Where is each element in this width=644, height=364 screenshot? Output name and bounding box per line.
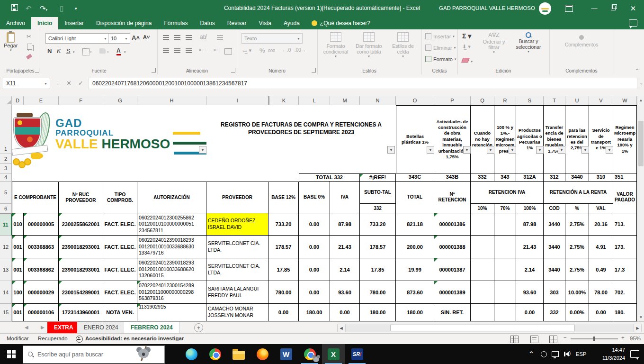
cell-343[interactable]: 343 xyxy=(494,173,516,182)
th-num-retencion[interactable]: Nº RETENCION xyxy=(434,182,471,213)
comma-style-icon[interactable]: 000 xyxy=(268,48,275,53)
tell-me-box[interactable]: ¿Qué desea hacer? xyxy=(306,17,376,29)
tab-revisar[interactable]: Revisar xyxy=(221,17,253,29)
cell-ref-error[interactable]: #¡REF! xyxy=(360,173,396,182)
tab-datos[interactable]: Datos xyxy=(194,17,221,29)
cell-nret-12[interactable]: 000001388 xyxy=(434,236,471,258)
cell-nret-14[interactable]: 000001389 xyxy=(434,281,471,304)
cell-subtotal-13[interactable]: 17.85 xyxy=(360,258,396,281)
cell-base12-11[interactable]: 733.20 xyxy=(268,213,299,236)
filter-dropdown-u[interactable]: ▼ xyxy=(581,146,589,154)
row-header-13[interactable]: 13 xyxy=(0,258,12,281)
th-ruc[interactable]: Nº RUC PROVEEDOR xyxy=(59,182,103,213)
col-header-u[interactable]: U xyxy=(565,96,589,105)
cell-351[interactable]: 351 xyxy=(613,173,637,182)
col-header-k[interactable]: K xyxy=(268,96,299,105)
cell-h13[interactable]: 06022024012390018293 0012001001003368862… xyxy=(137,258,206,281)
cell-r70-14[interactable] xyxy=(494,281,516,304)
cell-r10-15[interactable] xyxy=(471,304,494,321)
taskbar-clock[interactable]: 14:47 11/3/2024 xyxy=(602,346,625,362)
cell-d11[interactable]: 010 xyxy=(12,213,24,236)
cell-cod-13[interactable]: 3440 xyxy=(544,258,565,281)
cell-pct-12[interactable]: 2.75% xyxy=(565,236,589,258)
increase-indent-icon[interactable]: ⇥≡ xyxy=(211,47,219,53)
cell-g14[interactable]: FACT. ELEC. xyxy=(103,281,137,304)
comments-icon[interactable] xyxy=(629,19,637,27)
cell-nret-11[interactable]: 000001386 xyxy=(434,213,471,236)
cell-pct-14[interactable]: 10.00% xyxy=(565,281,589,304)
filter-dropdown-h[interactable]: ▼ xyxy=(199,146,206,154)
cell-3440[interactable]: 3440 xyxy=(565,173,589,182)
cell-base0-12[interactable]: 0.00 xyxy=(299,236,330,258)
cell-proveedor13[interactable]: SERVITELCONET CIA. LTDA. xyxy=(206,258,268,281)
paste-button[interactable]: Pegar▾ xyxy=(4,32,18,52)
tab-insertar[interactable]: Insertar xyxy=(58,17,90,29)
cell-base12-14[interactable]: 780.00 xyxy=(268,281,299,304)
cell-d15[interactable]: 001 xyxy=(12,304,24,321)
format-cells-button[interactable]: Formato▾ xyxy=(425,56,456,62)
taskbar-firefox[interactable] xyxy=(251,344,274,364)
cell-pct-15[interactable]: 0.00% xyxy=(565,304,589,321)
new-sheet-button[interactable]: + xyxy=(194,323,203,332)
cell-cod-12[interactable]: 3440 xyxy=(544,236,565,258)
th-subtotal-332[interactable]: 332 xyxy=(360,204,396,213)
font-size-select[interactable]: 10▼ xyxy=(108,33,130,44)
cell-styles-button[interactable]: Estilos de celda▾ xyxy=(387,32,419,58)
cell-base0-15[interactable]: 180.00 xyxy=(299,304,330,321)
cell-pagado-11[interactable]: 713. xyxy=(613,213,637,236)
cell-iva-14[interactable]: 93.60 xyxy=(330,281,360,304)
addins-button[interactable]: Complementos xyxy=(564,32,599,47)
minimize-button[interactable]: — xyxy=(587,4,601,13)
cell-r70-11[interactable] xyxy=(494,213,516,236)
number-dialog-launcher[interactable] xyxy=(312,68,316,73)
cell-pagado-14[interactable]: 702. xyxy=(613,281,637,304)
format-painter-icon[interactable] xyxy=(26,54,32,59)
cell-f12[interactable]: 2390018293001 xyxy=(59,236,103,258)
th-base12[interactable]: BASE 12% xyxy=(268,182,299,213)
page-layout-view-icon[interactable] xyxy=(530,336,538,343)
cell-total-11[interactable]: 821.18 xyxy=(396,213,434,236)
decrease-decimal-icon[interactable]: .00→ xyxy=(295,47,306,53)
cell-e15[interactable]: 000000106 xyxy=(24,304,59,321)
scroll-down-icon[interactable]: ▼ xyxy=(637,313,644,321)
row-header-14[interactable]: 14 xyxy=(0,281,12,304)
taskbar-excel[interactable]: X xyxy=(322,344,345,364)
tab-formulas[interactable]: Fórmulas xyxy=(158,17,194,29)
find-select-button[interactable]: Buscar y seleccionar▾ xyxy=(511,32,546,54)
th-iva[interactable]: IVA xyxy=(330,182,360,213)
cell-e12[interactable]: 003368863 xyxy=(24,236,59,258)
th-retencion-iva[interactable]: RETENCION IVA xyxy=(471,182,544,204)
align-bottom-icon[interactable] xyxy=(186,35,192,40)
taskbar-chrome-profile[interactable] xyxy=(298,344,321,364)
cell-proveedor15[interactable]: CAMACHO MONAR JOSSELYN MONAR xyxy=(206,304,268,321)
row-header-15[interactable]: 15 xyxy=(0,304,12,321)
cell-subtotal-12[interactable]: 178.57 xyxy=(360,236,396,258)
cell-f14[interactable]: 2300154289001 xyxy=(59,281,103,304)
font-color-icon[interactable]: A xyxy=(116,47,121,55)
cat-header-construccion[interactable]: Actividades de construcción de obra mate… xyxy=(434,105,471,173)
cell-base0-14[interactable]: 0.00 xyxy=(299,281,330,304)
cell-iva-13[interactable]: 2.14 xyxy=(330,258,360,281)
cell-val-13[interactable]: 0.49 xyxy=(589,258,613,281)
align-middle-icon[interactable] xyxy=(174,35,180,40)
formula-input[interactable]: 0602202407176812060000120010010000013861… xyxy=(88,78,637,89)
cell-pct-13[interactable]: 2.75% xyxy=(565,258,589,281)
filter-dropdown-t[interactable]: ▼ xyxy=(558,146,565,154)
th-autorizacion[interactable]: AUTORIZACIÓN xyxy=(137,182,206,213)
cell-h15[interactable]: 1131902915 xyxy=(137,304,206,321)
select-all-corner[interactable] xyxy=(0,96,12,105)
volume-icon[interactable] xyxy=(562,344,572,364)
filter-dropdown-o[interactable]: ▼ xyxy=(427,146,434,154)
cell-r100-11[interactable]: 87.98 xyxy=(516,213,544,236)
cell-pct-11[interactable]: 2.75% xyxy=(565,213,589,236)
cell-base12-15[interactable]: 0.00 xyxy=(268,304,299,321)
cell-total-12[interactable]: 200.00 xyxy=(396,236,434,258)
clear-icon[interactable]: ▾ xyxy=(462,56,473,64)
col-header-w[interactable]: W xyxy=(613,96,637,105)
tray-app-icon[interactable] xyxy=(539,344,548,364)
cell-312[interactable]: 312 xyxy=(544,173,565,182)
cell-base0-11[interactable]: 0.00 xyxy=(299,213,330,236)
th-base0[interactable]: BASE 0% xyxy=(299,182,330,213)
accessibility-status[interactable]: Accesibilidad: es necesario investigar xyxy=(85,336,184,341)
close-button[interactable]: ✕ xyxy=(626,4,640,13)
